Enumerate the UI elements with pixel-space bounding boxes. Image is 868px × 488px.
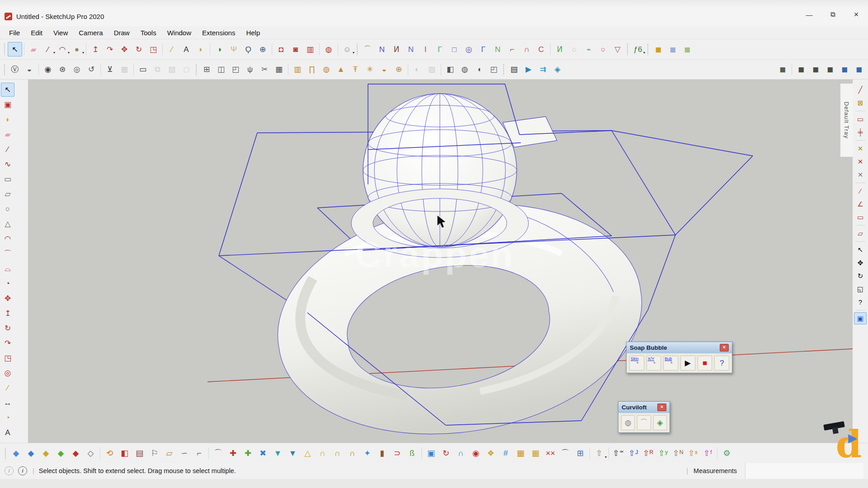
- fold-face-tool[interactable]: ▱: [162, 446, 177, 461]
- knot-tool[interactable]: ∽: [177, 446, 192, 461]
- make-component-tool[interactable]: ▣: [1, 98, 14, 112]
- vray-proxy-import-button[interactable]: ◰: [228, 62, 243, 77]
- circle-tool[interactable]: ●▾: [70, 42, 84, 56]
- follow-me-tool[interactable]: ↷: [103, 42, 117, 56]
- bezier-n-tool[interactable]: Ν: [404, 42, 418, 56]
- vray-render-last-button[interactable]: ↺: [84, 62, 99, 77]
- vray-dome-light-button[interactable]: ◒: [377, 62, 392, 77]
- send-to-layout-button[interactable]: ▥: [303, 42, 317, 56]
- select-tool[interactable]: ↖: [8, 42, 22, 56]
- menu-window[interactable]: Window: [162, 28, 197, 38]
- arc-tool[interactable]: ◠▾: [55, 42, 70, 56]
- flag-tool[interactable]: ⚐: [147, 446, 162, 461]
- orbit-tool[interactable]: ◑: [212, 42, 226, 56]
- vray-half-sphere-button[interactable]: ◖: [472, 62, 486, 77]
- scale-tool[interactable]: ◳: [146, 42, 160, 56]
- menu-edit[interactable]: Edit: [25, 28, 48, 38]
- curviloft-titlebar[interactable]: Curviloft ×: [618, 402, 670, 413]
- pie-tool[interactable]: ◔: [1, 277, 14, 291]
- bezier-hook-tool[interactable]: ⌐: [505, 42, 519, 56]
- line-tool[interactable]: ∕: [1, 142, 14, 156]
- star-diamond-tool[interactable]: ✦: [360, 446, 375, 461]
- vray-proxy-export-button[interactable]: ◫: [214, 62, 228, 77]
- follow-me-tool[interactable]: ↷: [1, 336, 14, 350]
- axon-cube-green-button[interactable]: ◼: [680, 42, 694, 56]
- vray-emissive-sphere-button[interactable]: ⊕: [392, 62, 406, 77]
- red-panel-tool[interactable]: ◧: [117, 446, 132, 461]
- joint-push-pull-y-tool[interactable]: ⇧ʸ: [656, 446, 670, 461]
- push-pull-dropdown-tool[interactable]: ⇧▾: [592, 446, 607, 461]
- joint-push-pull-r-tool[interactable]: ⇧ᴿ: [641, 446, 656, 461]
- tape-measure-tool[interactable]: ∕: [165, 42, 179, 56]
- rail-nodes-tool[interactable]: ╪: [854, 126, 867, 138]
- line-tool[interactable]: ∕▾: [41, 42, 55, 56]
- xy-button[interactable]: X/Y◔: [646, 356, 661, 371]
- rotate-tool[interactable]: ↻: [132, 42, 146, 56]
- offset-tool[interactable]: ◎: [1, 366, 14, 380]
- soap-help-button[interactable]: ?: [714, 356, 729, 371]
- ffd-box-blue-tool[interactable]: ◆: [24, 446, 38, 461]
- soap-bubble-titlebar[interactable]: Soap Bubble ×: [627, 342, 732, 353]
- menu-view[interactable]: View: [48, 28, 73, 38]
- 3d-viewport[interactable]: Crappen: [28, 80, 853, 443]
- vray-sphere-grid-button[interactable]: ◍: [458, 62, 472, 77]
- dimension-tool[interactable]: ↔: [1, 396, 14, 410]
- move-tool[interactable]: ✥: [117, 42, 132, 56]
- vray-vision-button[interactable]: ◈: [550, 62, 565, 77]
- bezier-corner-blue-tool[interactable]: Γ: [476, 42, 491, 56]
- shield-dot-tool[interactable]: ◉: [468, 446, 483, 461]
- vray-region-render-button[interactable]: ⧉: [150, 62, 165, 77]
- line-nodes-tool[interactable]: ╱: [854, 84, 867, 96]
- split-blue-tool[interactable]: ✖: [255, 446, 270, 461]
- cross-nodes-tool-3[interactable]: ✕: [854, 169, 867, 181]
- quad-lasso-tool[interactable]: ▱: [854, 227, 867, 239]
- polyline-nodes-tool[interactable]: ∕: [854, 185, 867, 197]
- hook-red-tool[interactable]: ⊃: [390, 446, 405, 461]
- vray-render-button[interactable]: ◉: [41, 62, 55, 77]
- bezier-spiral-tool[interactable]: ◎: [462, 42, 476, 56]
- paint-bucket-tool[interactable]: ◗: [1, 113, 14, 127]
- add-location-button[interactable]: ◍: [321, 42, 336, 56]
- arch-bend-tool-1[interactable]: ∩: [315, 446, 330, 461]
- push-pull-tool[interactable]: ↥: [88, 42, 103, 56]
- rotate-free-tool[interactable]: ↻: [854, 270, 867, 282]
- half-ellipse-tool[interactable]: ▽: [610, 42, 625, 56]
- joint-push-pull-n-tool[interactable]: ⇧ᴺ: [670, 446, 685, 461]
- bub-button[interactable]: Bub◔: [663, 356, 678, 371]
- menu-extensions[interactable]: Extensions: [197, 28, 241, 38]
- close-button[interactable]: ×: [844, 5, 868, 23]
- animation-play-button[interactable]: ▶: [521, 62, 536, 77]
- ellipse-tool[interactable]: ○: [596, 42, 610, 56]
- cursor-arrow-tool[interactable]: ↖: [854, 244, 867, 256]
- joint-push-pull-equal-tool[interactable]: ⇧⁼: [611, 446, 626, 461]
- bezier-bold-tool[interactable]: Ͷ: [389, 42, 404, 56]
- vray-sphere-light-button[interactable]: ◍: [319, 62, 334, 77]
- add-detail-green-tool[interactable]: ✚: [241, 446, 255, 461]
- joint-push-pull-f-tool[interactable]: ⇧ᶠ: [700, 446, 715, 461]
- vray-lock-camera-button[interactable]: ◻: [179, 62, 193, 77]
- extension-warehouse-button[interactable]: ◙: [288, 42, 303, 56]
- animation-phases-button[interactable]: ⇉: [536, 62, 550, 77]
- tray-window-toggle[interactable]: ▣: [854, 312, 867, 324]
- ffd-box-yellow-tool[interactable]: ◆: [38, 446, 53, 461]
- ffd-box-red-tool[interactable]: ◆: [68, 446, 83, 461]
- zoom-tool[interactable]: Ϙ: [241, 42, 255, 56]
- vray-compare-button[interactable]: ▨: [165, 62, 179, 77]
- rect-outline-tool[interactable]: ▭: [854, 211, 867, 223]
- loft-by-spline-button[interactable]: ◍: [621, 415, 635, 430]
- axon-cube-yellow-button[interactable]: ◼: [651, 42, 665, 56]
- component-gear-tool[interactable]: ⚙: [719, 446, 734, 461]
- menu-help[interactable]: Help: [241, 28, 265, 38]
- vray-clipper-button[interactable]: ✂: [257, 62, 272, 77]
- move-tool[interactable]: ✥: [1, 291, 14, 305]
- three-point-arc-tool[interactable]: ⌓: [1, 262, 14, 276]
- rect-nodes-tool[interactable]: ▭: [854, 113, 867, 125]
- dashed-arc-tool[interactable]: ⌒: [558, 446, 573, 461]
- vray-batch-render-button[interactable]: ⊻: [103, 62, 117, 77]
- bezier-i-tool[interactable]: Ι: [418, 42, 433, 56]
- vray-viewport-render-button[interactable]: ◎: [70, 62, 84, 77]
- menu-tools[interactable]: Tools: [135, 28, 162, 38]
- skinning-button[interactable]: ◈: [653, 415, 667, 430]
- move-free-tool[interactable]: ✥: [854, 257, 867, 269]
- arc-tool[interactable]: ◠: [1, 232, 14, 246]
